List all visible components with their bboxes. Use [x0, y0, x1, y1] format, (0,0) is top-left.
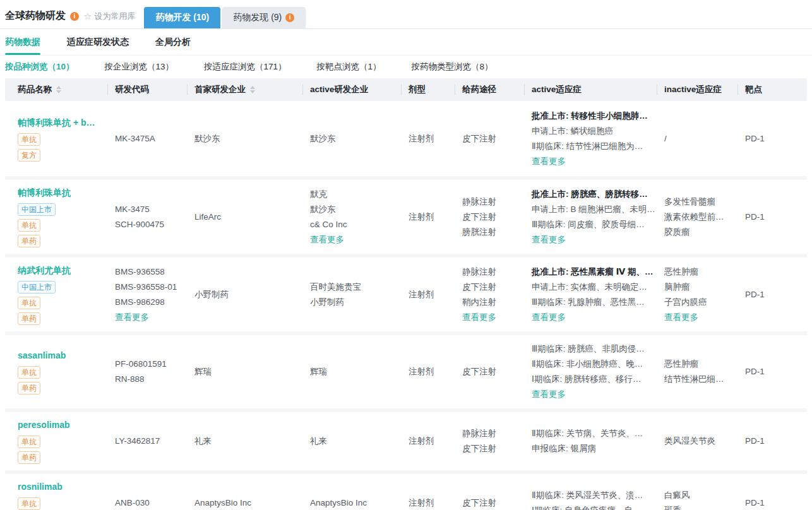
secondary-nav: 药物数据 适应症研发状态 全局分析 [0, 29, 812, 56]
first-company-cell: AnaptysBio Inc [187, 474, 302, 510]
filter-by-company[interactable]: 按企业浏览（13） [105, 61, 174, 73]
browse-filters: 按品种浏览（10） 按企业浏览（13） 按适应症浏览（171） 按靶点浏览（1）… [0, 56, 812, 78]
active-indication-item: Ⅲ期临床: 间皮瘤、胶质母细… [532, 217, 645, 232]
inactive-indications-cell: 恶性肿瘤结节性淋巴细… [657, 335, 737, 408]
view-more-link[interactable]: 查看更多 [462, 310, 496, 325]
first-company-item: 默沙东 [194, 131, 220, 146]
codes-item: MK-3475 [115, 202, 150, 217]
codes-item: PF-06801591 [115, 357, 167, 372]
target-cell: PD-1 [737, 335, 807, 408]
active-companies-item: 辉瑞 [310, 364, 327, 379]
view-more-link[interactable]: 查看更多 [310, 232, 344, 247]
drug-tag: 复方 [18, 149, 40, 162]
dosage-form-cell: 注射剂 [401, 101, 455, 176]
tab-drug-development[interactable]: 药物开发 (10) [144, 7, 220, 28]
nav-item-drug-data[interactable]: 药物数据 [5, 29, 40, 55]
view-more-link[interactable]: 查看更多 [532, 154, 566, 169]
drug-table: 药品名称研发代码首家研发企业active研发企业剂型给药途径active适应症i… [0, 78, 812, 510]
view-more-link[interactable]: 查看更多 [532, 310, 566, 325]
routes-item: 膀胱注射 [462, 225, 496, 240]
inactive-indications-cell: 类风湿关节炎 [657, 412, 737, 470]
active-companies-item: 默沙东 [310, 131, 336, 146]
view-more-link[interactable]: 查看更多 [115, 310, 149, 325]
drug-name-link[interactable]: sasanlimab [18, 349, 66, 362]
dosage-form-cell: 注射剂 [401, 180, 455, 254]
view-more-link[interactable]: 查看更多 [532, 232, 566, 247]
dosage-form-item: 注射剂 [409, 495, 434, 510]
rd-code-cell: MK-3475SCH-900475 [107, 180, 187, 254]
filter-by-drug-type[interactable]: 按药物类型浏览（8） [412, 61, 493, 73]
routes-item: 皮下注射 [462, 210, 496, 225]
drug-tag: 单药 [18, 235, 40, 247]
column-header-3[interactable]: 首家研发企业 [187, 78, 302, 101]
column-label: 给药途径 [462, 84, 496, 95]
drug-tag: 单抗 [18, 133, 40, 146]
nav-item-global-analysis[interactable]: 全局分析 [155, 29, 191, 55]
inactive-indications-cell: 多发性骨髓瘤激素依赖型前…胶质瘤 [657, 180, 737, 254]
column-label: 药品名称 [18, 84, 52, 95]
routes-cell: 皮下注射 [455, 335, 524, 408]
nav-item-indication-status[interactable]: 适应症研发状态 [67, 29, 129, 55]
info-icon[interactable]: i [70, 12, 79, 21]
active-indication-item: Ⅲ期临床: 乳腺肿瘤、恶性黑… [532, 295, 645, 310]
drug-name-link[interactable]: peresolimab [18, 418, 69, 431]
codes-item: BMS-936558 [115, 264, 165, 280]
sort-icon [56, 86, 61, 93]
active-indication-item: Ⅱ期临床: 关节病、关节炎、… [532, 426, 643, 441]
routes-cell: 静脉注射皮下注射膀胱注射 [455, 180, 524, 254]
inactive-indications-cell: / [657, 101, 737, 176]
drug-tag: 单药 [18, 312, 40, 325]
target-cell: PD-1 [737, 180, 807, 254]
inactive-indications-item: 结节性淋巴细… [664, 372, 724, 387]
routes-item: 皮下注射 [462, 495, 496, 510]
first-company-item: AnaptysBio Inc [194, 495, 251, 510]
active-indications-cell: 批准上市: 恶性黑素瘤 Ⅳ 期、…申请上市: 实体瘤、未明确定…Ⅲ期临床: 乳腺… [524, 258, 657, 331]
tab-drug-discovery[interactable]: 药物发现 (9) i [222, 7, 306, 28]
active-indication-item: 申报临床: 银屑病 [532, 441, 596, 456]
drug-tag: 单药 [18, 451, 40, 464]
dosage-form-cell: 注射剂 [401, 474, 455, 510]
routes-cell: 皮下注射 [455, 474, 524, 510]
drug-name-link[interactable]: 纳武利尤单抗 [18, 264, 71, 276]
first-company-cell: 默沙东 [187, 101, 302, 176]
favorite-button[interactable]: ☆ 设为常用库 [83, 11, 135, 22]
column-label: inactive适应症 [664, 84, 722, 95]
drug-name-cell: peresolimab 单抗单药 [5, 412, 107, 470]
info-icon: i [285, 13, 294, 22]
table-row: 帕博利珠单抗 + b… 单抗复方 MK-3475A 默沙东 默沙东 注射剂 皮下… [5, 101, 807, 180]
routes-item: 静脉注射 [462, 194, 496, 210]
active-indication-item: Ⅲ期临床: 膀胱癌、非肌肉侵… [532, 341, 645, 357]
view-more-link[interactable]: 查看更多 [532, 387, 566, 402]
drug-tags: 单抗复方 [18, 133, 40, 162]
codes-item: MK-3475A [115, 131, 155, 146]
view-more-link[interactable]: 查看更多 [664, 310, 698, 325]
column-header-8: inactive适应症 [657, 78, 737, 101]
routes-cell: 静脉注射皮下注射鞘内注射查看更多 [455, 258, 524, 331]
drug-name-link[interactable]: rosnilimab [18, 480, 63, 493]
dosage-form-cell: 注射剂 [401, 412, 455, 470]
codes-item: LY-3462817 [115, 434, 160, 449]
inactive-indications-item: 胶质瘤 [664, 225, 690, 240]
active-companies-cell: 百时美施贵宝小野制药 [302, 258, 401, 331]
drug-name-link[interactable]: 帕博利珠单抗 + b… [18, 116, 95, 129]
target-item: PD-1 [745, 210, 765, 225]
library-tabs: 药物开发 (10) 药物发现 (9) i [144, 7, 306, 28]
tab-label: 药物发现 (9) [233, 12, 282, 23]
filter-by-variety[interactable]: 按品种浏览（10） [5, 61, 75, 73]
active-indication-item: Ⅱ期临床: 非小细胞肺癌、晚… [532, 357, 643, 372]
filter-by-indication[interactable]: 按适应症浏览（171） [204, 61, 287, 73]
routes-item: 皮下注射 [462, 364, 496, 379]
first-company-item: 礼来 [194, 434, 212, 449]
filter-by-target[interactable]: 按靶点浏览（1） [317, 61, 381, 73]
drug-tag: 单抗 [18, 366, 40, 379]
rd-code-cell: ANB-030 [107, 474, 187, 510]
active-indications-cell: 批准上市: 转移性非小细胞肺…申请上市: 鳞状细胞癌Ⅱ期临床: 结节性淋巴细胞为… [524, 101, 657, 176]
column-header-9: 靶点 [737, 78, 807, 101]
routes-item: 静脉注射 [462, 426, 496, 441]
rd-code-cell: LY-3462817 [107, 412, 187, 470]
column-header-2: 研发代码 [107, 78, 187, 101]
drug-name-link[interactable]: 帕博利珠单抗 [18, 186, 71, 199]
routes-item: 皮下注射 [462, 441, 496, 456]
column-header-1[interactable]: 药品名称 [5, 78, 107, 101]
column-header-5: 剂型 [401, 78, 455, 101]
